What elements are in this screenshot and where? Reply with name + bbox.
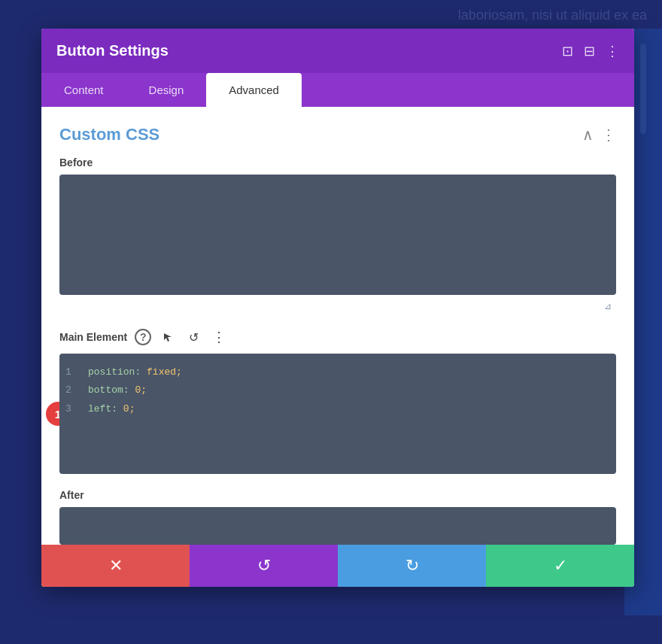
section-header-icons: ∧ ⋮ (582, 126, 616, 144)
tabs-container: Content Design Advanced (41, 73, 634, 107)
more-icon[interactable]: ⋮ (606, 44, 619, 58)
redo-button[interactable]: ↻ (338, 545, 486, 587)
cancel-button[interactable]: ✕ (41, 545, 190, 587)
property-3: left: (88, 403, 117, 415)
property-2: bottom: (88, 384, 129, 396)
main-element-code-wrapper: 1 1 position: fixed; 2 bottom: (59, 354, 616, 474)
line-code-3: left: 0; (88, 399, 135, 418)
line-number-1: 1 (65, 363, 80, 381)
reset-icon[interactable]: ↺ (184, 328, 202, 346)
code-content: 1 position: fixed; 2 bottom: 0; (59, 354, 616, 427)
main-element-editor[interactable]: 1 position: fixed; 2 bottom: 0; (59, 354, 616, 474)
cursor-icon[interactable] (159, 328, 177, 346)
before-editor-wrapper: ⊿ (59, 175, 616, 313)
modal-header: Button Settings ⊡ ⊟ ⋮ (41, 29, 634, 73)
main-more-icon[interactable]: ⋮ (210, 328, 228, 346)
main-element-row: Main Element ? ↺ ⋮ (59, 328, 616, 346)
line-number-2: 2 (65, 381, 80, 399)
modal-footer: ✕ ↺ ↻ ✓ (41, 545, 634, 587)
value-2: 0; (135, 384, 147, 396)
main-element-label: Main Element (59, 331, 127, 343)
modal-header-icons: ⊡ ⊟ ⋮ (562, 44, 619, 58)
property-1: position: (88, 366, 141, 378)
tab-advanced[interactable]: Advanced (206, 73, 302, 107)
expand-icon[interactable]: ⊡ (562, 44, 573, 58)
background-text: laboriosam, nisi ut aliquid ex ea (443, 0, 662, 31)
line-code-1: position: fixed; (88, 363, 182, 381)
columns-icon[interactable]: ⊟ (584, 44, 595, 58)
code-line-2: 2 bottom: 0; (65, 381, 607, 399)
section-more-icon[interactable]: ⋮ (601, 126, 616, 144)
help-icon[interactable]: ? (135, 329, 151, 345)
line-code-2: bottom: 0; (88, 381, 147, 399)
resize-handle[interactable]: ⊿ (604, 301, 612, 308)
after-editor[interactable] (59, 507, 616, 545)
tab-design[interactable]: Design (126, 73, 207, 107)
after-label: After (59, 489, 616, 501)
modal-title: Button Settings (56, 42, 169, 59)
before-editor[interactable] (59, 175, 616, 295)
value-3: 0; (123, 403, 135, 415)
before-label: Before (59, 156, 616, 169)
modal-body: Custom CSS ∧ ⋮ Before ⊿ Main Element ? ↺… (41, 107, 634, 545)
sidebar-bar (640, 44, 646, 134)
undo-button[interactable]: ↺ (190, 545, 338, 587)
button-settings-modal: Button Settings ⊡ ⊟ ⋮ Content Design Adv… (41, 29, 634, 587)
line-number-3: 3 (65, 400, 80, 418)
section-title: Custom CSS (59, 125, 159, 144)
section-header: Custom CSS ∧ ⋮ (59, 125, 616, 144)
code-line-1: 1 position: fixed; (65, 363, 607, 381)
collapse-icon[interactable]: ∧ (582, 126, 594, 144)
value-1: fixed; (147, 366, 182, 378)
save-button[interactable]: ✓ (486, 545, 634, 587)
tab-content[interactable]: Content (41, 73, 126, 107)
code-line-3: 3 left: 0; (65, 399, 607, 418)
